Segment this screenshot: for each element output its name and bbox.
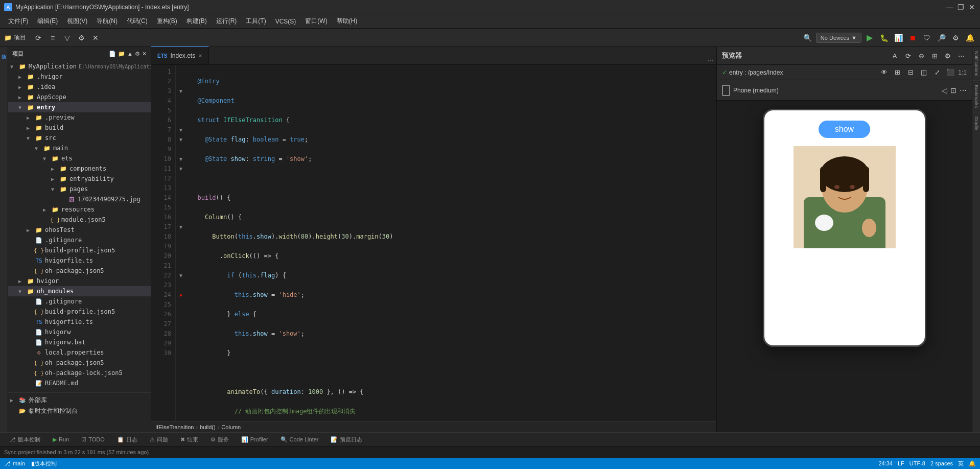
tree-item-entryability[interactable]: ▶ 📁 entryability: [8, 174, 151, 184]
tree-item-entry-gitignore[interactable]: ▶ 📄 .gitignore: [8, 235, 151, 245]
code-editor[interactable]: @Entry @Component struct IfElseTransitio…: [186, 65, 716, 421]
tree-item-root-ohpackage[interactable]: ▶ { } oh-package.json5: [8, 358, 151, 368]
tree-item-preview[interactable]: ▶ 📁 .preview: [8, 112, 151, 123]
toolbar-filter-btn[interactable]: ▽: [61, 32, 73, 44]
tree-item-ets[interactable]: ▼ 📁 ets: [8, 153, 151, 163]
tree-item-entry-buildprofile[interactable]: ▶ { } build-profile.json5: [8, 245, 151, 255]
tree-item-entry-hvigorfile[interactable]: ▶ TS hvigorfile.ts: [8, 255, 151, 266]
bottom-tab-log[interactable]: 📋 日志: [112, 434, 143, 445]
settings-gear-btn[interactable]: ⚙: [949, 32, 962, 44]
bottom-tab-vcs[interactable]: ⎇ 版本控制: [4, 434, 45, 445]
stop-button[interactable]: ⏹: [906, 32, 919, 44]
tree-item-root-hvigorfile[interactable]: ▶ TS hvigorfile.ts: [8, 317, 151, 327]
preview-inspect-btn[interactable]: ◫: [918, 67, 929, 78]
menu-build[interactable]: 构建(B): [182, 15, 211, 28]
menu-help[interactable]: 帮助(H): [333, 15, 362, 28]
tree-item-src[interactable]: ▼ 📁 src: [8, 133, 151, 143]
status-language[interactable]: 英: [958, 460, 964, 467]
devices-dropdown[interactable]: No Devices ▼: [816, 33, 861, 43]
bottom-tab-run[interactable]: ▶ Run: [48, 434, 74, 445]
preview-layers-btn[interactable]: ⊞: [892, 67, 903, 78]
menu-run[interactable]: 运行(R): [212, 15, 241, 28]
device-back-btn[interactable]: ◁: [942, 86, 947, 95]
explorer-action-new-folder[interactable]: 📁: [118, 51, 125, 57]
tree-item-root-ohpackagelock[interactable]: ▶ { } oh-package-lock.json5: [8, 368, 151, 378]
minimize-button[interactable]: —: [946, 4, 953, 11]
device-home-btn[interactable]: ⊡: [950, 86, 956, 95]
search-toolbar-btn[interactable]: 🔎: [935, 32, 947, 44]
menu-view[interactable]: 视图(V): [63, 15, 91, 28]
breadcrumb-build[interactable]: build(): [200, 424, 216, 430]
menu-code[interactable]: 代码(C): [123, 15, 152, 28]
bottom-tab-problems[interactable]: ⚠ 问题: [145, 434, 173, 445]
status-lf[interactable]: LF: [898, 460, 904, 466]
toolbar-sync-btn[interactable]: ⟳: [32, 32, 44, 44]
preview-zoom-out-btn[interactable]: ⊖: [916, 50, 927, 61]
tree-item-components[interactable]: ▶ 📁 components: [8, 163, 151, 174]
tree-item-ohostest[interactable]: ▶ 📁 ohosTest: [8, 225, 151, 235]
menu-file[interactable]: 文件(F): [4, 15, 32, 28]
explorer-action-close[interactable]: ✕: [142, 51, 147, 57]
toolbar-search-btn[interactable]: 🔍: [802, 32, 814, 44]
explorer-action-collapse[interactable]: ▲: [127, 51, 133, 57]
notifications-panel-tab[interactable]: Notifications: [972, 47, 980, 81]
notifications-btn[interactable]: 🔔: [964, 32, 976, 44]
preview-refresh-btn[interactable]: ⟳: [902, 50, 914, 61]
bottom-tab-stop[interactable]: ✖ 结束: [175, 434, 203, 445]
tree-item-module-json5[interactable]: ▶ { } module.json5: [8, 215, 151, 225]
tree-item-idea[interactable]: ▶ 📁 .idea: [8, 82, 151, 92]
toolbar-settings-btn[interactable]: ⚙: [75, 32, 87, 44]
preview-more-btn[interactable]: ⋯: [955, 50, 967, 61]
toolbar-close-sidebar-btn[interactable]: ✕: [89, 32, 102, 44]
tab-close-icon[interactable]: ✕: [198, 53, 202, 59]
tree-item-resources[interactable]: ▶ 📁 resources: [8, 204, 151, 215]
maximize-button[interactable]: ❐: [958, 4, 965, 11]
menu-edit[interactable]: 编辑(E): [33, 15, 62, 28]
editor-tab-indexets[interactable]: ETS Index.ets ✕: [151, 46, 209, 64]
preview-show-button[interactable]: show: [819, 121, 870, 138]
tree-item-root-buildprofile[interactable]: ▶ { } build-profile.json5: [8, 307, 151, 317]
menu-window[interactable]: 窗口(W): [301, 15, 331, 28]
tree-item-root-gitignore[interactable]: ▶ 📄 .gitignore: [8, 296, 151, 307]
menu-vcs[interactable]: VCS(S): [271, 16, 300, 27]
tree-item-appscope[interactable]: ▶ 📁 AppScope: [8, 92, 151, 102]
profile-button[interactable]: 📊: [892, 32, 904, 44]
tree-item-pages[interactable]: ▼ 📁 pages: [8, 184, 151, 194]
bookmarks-panel-tab[interactable]: Bookmarks: [972, 81, 980, 112]
status-indent[interactable]: 2 spaces: [930, 460, 953, 466]
tree-item-root-hvigorw[interactable]: ▶ 📄 hvigorw: [8, 327, 151, 337]
breadcrumb-column[interactable]: Column: [221, 424, 241, 430]
explorer-action-settings[interactable]: ⚙: [135, 51, 140, 57]
activity-project[interactable]: 项目: [1, 49, 7, 53]
tree-item-root-hvigor[interactable]: ▶ 📁 hvigor: [8, 276, 151, 286]
preview-font-size-btn[interactable]: A: [889, 50, 900, 61]
preview-minimize-btn[interactable]: ⬛: [945, 67, 956, 78]
tree-item-hvigor[interactable]: ▶ 📁 .hvigor: [8, 72, 151, 82]
preview-grid-btn[interactable]: ⊟: [905, 67, 916, 78]
preview-eye-btn[interactable]: 👁: [878, 67, 890, 78]
bottom-tab-services[interactable]: ⚙ 服务: [205, 434, 234, 445]
bottom-tab-profiler[interactable]: 📊 Profiler: [236, 434, 273, 445]
menu-navigate[interactable]: 导航(N): [92, 15, 122, 28]
status-git-branch[interactable]: ⎇ main ▮版本控制: [4, 460, 57, 467]
tree-item-root-localprops[interactable]: ▶ ⚙ local.properties: [8, 347, 151, 358]
bottom-tab-todo[interactable]: ☑ TODO: [76, 434, 110, 445]
bottom-tab-previewlog[interactable]: 📝 预览日志: [325, 434, 367, 445]
tree-item-temp-files[interactable]: ▶ 📂 临时文件和控制台: [8, 406, 151, 416]
breadcrumb-ifelse[interactable]: IfElseTransition: [155, 424, 194, 430]
status-encoding[interactable]: UTF-8: [909, 460, 925, 466]
status-speaker[interactable]: 🔔: [969, 460, 976, 467]
tree-item-myapplication[interactable]: ▼ 📁 MyApplication E:\HarmonyOS\MyApplica…: [8, 61, 151, 72]
coverage-button[interactable]: 🛡: [921, 32, 933, 44]
tree-item-entry-ohpackage[interactable]: ▶ { } oh-package.json5: [8, 266, 151, 276]
debug-button[interactable]: 🐛: [878, 32, 890, 44]
tree-item-root-readme[interactable]: ▶ 📝 README.md: [8, 378, 151, 388]
menu-tools[interactable]: 工具(T): [242, 15, 270, 28]
close-button[interactable]: ✕: [969, 4, 976, 11]
run-button[interactable]: ▶: [864, 32, 876, 44]
tree-item-main[interactable]: ▼ 📁 main: [8, 143, 151, 153]
toolbar-sort-btn[interactable]: ≡: [46, 32, 59, 44]
gradle-panel-tab[interactable]: Gradle: [972, 112, 980, 134]
preview-settings-btn[interactable]: ⚙: [942, 50, 953, 61]
tree-item-entry[interactable]: ▼ 📁 entry: [8, 102, 151, 112]
